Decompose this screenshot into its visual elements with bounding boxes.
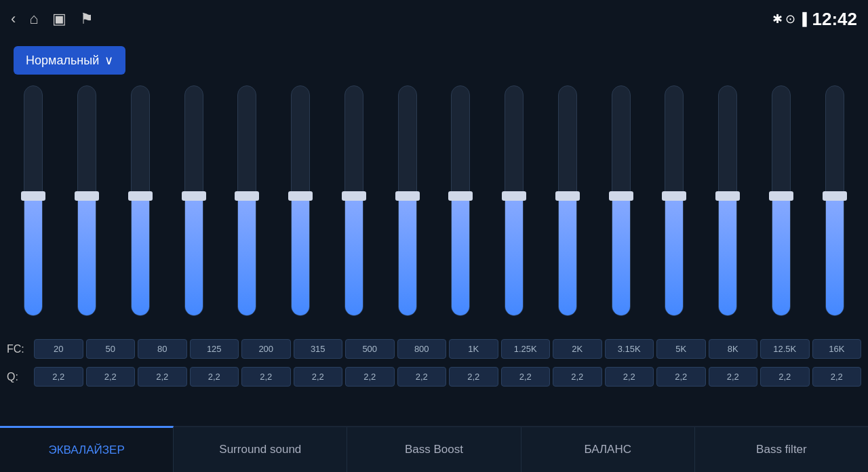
slider-fill-1.25K <box>505 196 523 315</box>
slider-thumb-80[interactable] <box>128 191 153 201</box>
slider-8K <box>701 85 755 335</box>
slider-thumb-500[interactable] <box>342 191 366 201</box>
tab-filter[interactable]: Bass filter <box>695 427 868 472</box>
slider-thumb-5K[interactable] <box>662 191 686 201</box>
slider-fill-16K <box>826 196 844 315</box>
q-btn-50[interactable]: 2,2 <box>86 367 136 387</box>
slider-thumb-1K[interactable] <box>448 191 473 201</box>
slider-80 <box>114 85 167 335</box>
slider-thumb-1.25K[interactable] <box>502 191 526 201</box>
slider-1.25K <box>488 85 541 335</box>
slider-12.5K <box>755 85 808 335</box>
slider-thumb-3.15K[interactable] <box>609 191 633 201</box>
clock-display: 12:42 <box>812 9 858 30</box>
q-btn-8K[interactable]: 2,2 <box>709 367 758 387</box>
fc-btn-80[interactable]: 80 <box>138 339 187 359</box>
slider-track-500[interactable] <box>344 85 363 316</box>
slider-fill-5K <box>665 196 683 315</box>
slider-thumb-315[interactable] <box>288 191 313 201</box>
q-btn-315[interactable]: 2,2 <box>294 367 343 387</box>
fc-btn-50[interactable]: 50 <box>86 339 136 359</box>
slider-track-12.5K[interactable] <box>772 85 791 316</box>
fc-btn-8K[interactable]: 8K <box>709 339 758 359</box>
tab-balance[interactable]: БАЛАНС <box>521 427 695 472</box>
slider-track-20[interactable] <box>24 85 43 316</box>
q-btn-12.5K[interactable]: 2,2 <box>760 367 810 387</box>
slider-track-5K[interactable] <box>665 85 684 316</box>
slider-track-8K[interactable] <box>718 85 737 316</box>
slider-16K <box>808 85 861 335</box>
q-btn-800[interactable]: 2,2 <box>397 367 447 387</box>
slider-track-200[interactable] <box>237 85 256 316</box>
q-btn-5K[interactable]: 2,2 <box>656 367 706 387</box>
q-row: Q: 2,22,22,22,22,22,22,22,22,22,22,22,22… <box>0 363 868 391</box>
slider-thumb-16K[interactable] <box>823 191 847 201</box>
tab-bass[interactable]: Bass Boost <box>347 427 521 472</box>
slider-track-1K[interactable] <box>451 85 470 316</box>
slider-thumb-200[interactable] <box>235 191 259 201</box>
slider-fill-800 <box>399 196 416 315</box>
flag-icon[interactable]: ⚑ <box>80 10 94 28</box>
fc-btn-1K[interactable]: 1K <box>449 339 498 359</box>
q-buttons: 2,22,22,22,22,22,22,22,22,22,22,22,22,22… <box>34 367 861 387</box>
slider-fill-500 <box>345 196 363 315</box>
slider-track-315[interactable] <box>291 85 310 316</box>
slider-1K <box>434 85 488 335</box>
slider-fill-125 <box>185 196 203 315</box>
slider-track-3.15K[interactable] <box>612 85 631 316</box>
slider-track-80[interactable] <box>131 85 150 316</box>
fc-btn-3.15K[interactable]: 3.15K <box>605 339 654 359</box>
fc-btn-5K[interactable]: 5K <box>656 339 706 359</box>
q-btn-200[interactable]: 2,2 <box>241 367 291 387</box>
slider-thumb-8K[interactable] <box>715 191 740 201</box>
slider-thumb-800[interactable] <box>395 191 420 201</box>
q-btn-1K[interactable]: 2,2 <box>449 367 498 387</box>
fc-btn-200[interactable]: 200 <box>241 339 291 359</box>
q-btn-2K[interactable]: 2,2 <box>553 367 602 387</box>
fc-btn-1.25K[interactable]: 1.25K <box>501 339 551 359</box>
fc-row: FC: 2050801252003155008001K1.25K2K3.15K5… <box>0 335 868 363</box>
slider-thumb-125[interactable] <box>182 191 206 201</box>
q-btn-3.15K[interactable]: 2,2 <box>605 367 654 387</box>
home-icon[interactable]: ⌂ <box>29 10 38 28</box>
slider-thumb-2K[interactable] <box>555 191 580 201</box>
slider-track-16K[interactable] <box>825 85 844 316</box>
slider-3.15K <box>594 85 648 335</box>
wifi-icon: ⊙ <box>785 12 795 26</box>
q-btn-80[interactable]: 2,2 <box>138 367 187 387</box>
slider-2K <box>541 85 595 335</box>
fc-btn-16K[interactable]: 16K <box>812 339 862 359</box>
slider-track-800[interactable] <box>398 85 417 316</box>
q-btn-125[interactable]: 2,2 <box>190 367 239 387</box>
slider-thumb-50[interactable] <box>75 191 99 201</box>
battery-icon: ▐ <box>798 12 807 26</box>
slider-track-125[interactable] <box>184 85 203 316</box>
slider-fill-8K <box>719 196 736 315</box>
fc-btn-20[interactable]: 20 <box>34 339 83 359</box>
slider-125 <box>167 85 220 335</box>
fc-btn-500[interactable]: 500 <box>345 339 395 359</box>
status-bar: ‹ ⌂ ▣ ⚑ ✱ ⊙ ▐ 12:42 <box>0 0 868 38</box>
slider-track-2K[interactable] <box>558 85 577 316</box>
slider-thumb-20[interactable] <box>21 191 45 201</box>
recent-apps-icon[interactable]: ▣ <box>52 10 66 28</box>
slider-20 <box>7 85 60 335</box>
fc-btn-315[interactable]: 315 <box>294 339 343 359</box>
slider-track-50[interactable] <box>77 85 96 316</box>
connectivity-icons: ✱ ⊙ ▐ <box>772 12 807 26</box>
tab-bar: ЭКВАЛАЙЗЕРSurround soundBass BoostБАЛАНС… <box>0 426 868 472</box>
slider-315 <box>274 85 328 335</box>
q-btn-500[interactable]: 2,2 <box>345 367 395 387</box>
slider-thumb-12.5K[interactable] <box>769 191 793 201</box>
tab-surround[interactable]: Surround sound <box>174 427 347 472</box>
fc-btn-800[interactable]: 800 <box>397 339 447 359</box>
tab-eq[interactable]: ЭКВАЛАЙЗЕР <box>0 426 174 472</box>
fc-btn-2K[interactable]: 2K <box>553 339 602 359</box>
back-icon[interactable]: ‹ <box>11 10 16 28</box>
fc-btn-12.5K[interactable]: 12.5K <box>760 339 810 359</box>
slider-track-1.25K[interactable] <box>505 85 524 316</box>
fc-btn-125[interactable]: 125 <box>190 339 239 359</box>
q-btn-16K[interactable]: 2,2 <box>812 367 862 387</box>
q-btn-1.25K[interactable]: 2,2 <box>501 367 551 387</box>
q-btn-20[interactable]: 2,2 <box>34 367 83 387</box>
